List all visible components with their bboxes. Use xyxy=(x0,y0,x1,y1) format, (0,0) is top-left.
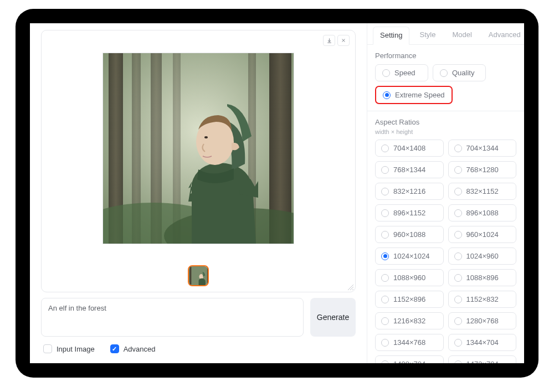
aspect-option[interactable]: 1024×1024 xyxy=(375,247,444,265)
thumbnail-selected[interactable] xyxy=(188,265,209,286)
prompt-input[interactable] xyxy=(41,298,304,337)
options-row: Input Image Advanced xyxy=(41,344,356,353)
aspect-section: Aspect Ratios width × height 704×1408704… xyxy=(367,111,524,363)
prompt-row: Generate xyxy=(41,298,356,337)
radio-icon xyxy=(381,188,389,195)
radio-icon xyxy=(381,252,389,260)
aspect-option[interactable]: 1088×896 xyxy=(448,269,517,286)
radio-icon xyxy=(454,166,462,174)
radio-icon xyxy=(383,91,391,99)
aspect-option-label: 960×1088 xyxy=(393,230,425,239)
aspect-option-label: 1088×896 xyxy=(466,274,499,282)
aspect-option-label: 1472×704 xyxy=(466,360,499,363)
radio-icon xyxy=(381,296,389,303)
aspect-option-label: 1216×832 xyxy=(393,317,425,325)
aspect-option[interactable]: 1344×704 xyxy=(448,334,517,351)
radio-icon xyxy=(454,252,462,260)
radio-icon xyxy=(454,360,462,364)
generate-button[interactable]: Generate xyxy=(310,298,356,337)
aspect-option-label: 1280×768 xyxy=(466,317,499,325)
radio-icon xyxy=(440,69,448,77)
aspect-option[interactable]: 1216×832 xyxy=(375,312,444,329)
preview-image-wrap xyxy=(46,35,351,264)
close-button[interactable] xyxy=(337,35,350,46)
aspect-option-label: 1344×704 xyxy=(466,338,499,347)
thumbnail-strip xyxy=(46,264,351,287)
aspect-option[interactable]: 1280×768 xyxy=(448,312,517,329)
aspect-option[interactable]: 1088×960 xyxy=(375,269,444,286)
radio-icon xyxy=(454,274,462,282)
aspect-option-label: 1024×1024 xyxy=(393,252,429,260)
input-image-checkbox[interactable]: Input Image xyxy=(43,344,95,353)
aspect-option[interactable]: 960×1024 xyxy=(448,226,517,243)
radio-icon xyxy=(381,360,389,364)
aspect-option[interactable]: 832×1152 xyxy=(448,183,517,200)
device-frame: Generate Input Image Advanced Setting St… xyxy=(16,9,538,378)
aspect-option-label: 1152×832 xyxy=(466,295,499,303)
aspect-option-label: 1408×704 xyxy=(393,360,425,363)
radio-icon xyxy=(381,145,389,152)
aspect-option-label: 1344×768 xyxy=(393,338,425,347)
aspect-option-label: 704×1344 xyxy=(466,144,499,152)
radio-icon xyxy=(381,166,389,174)
aspect-option-label: 1152×896 xyxy=(393,295,425,303)
performance-option-label: Extreme Speed xyxy=(395,91,445,99)
preview-image[interactable] xyxy=(102,53,294,244)
thumbnail-image xyxy=(189,266,209,286)
tab-model[interactable]: Model xyxy=(445,27,478,44)
aspect-option[interactable]: 704×1408 xyxy=(375,140,444,157)
radio-icon xyxy=(382,69,390,77)
performance-option[interactable]: Extreme Speed xyxy=(375,86,453,104)
sidebar-tabs: Setting Style Model Advanced xyxy=(367,23,524,45)
checkbox-checked-icon xyxy=(110,344,119,353)
aspect-option[interactable]: 1344×768 xyxy=(375,334,444,351)
svg-rect-12 xyxy=(189,266,191,286)
aspect-option-label: 896×1088 xyxy=(466,209,499,217)
aspect-option-label: 832×1152 xyxy=(466,187,499,195)
app-screen: Generate Input Image Advanced Setting St… xyxy=(30,23,524,363)
radio-icon xyxy=(454,145,462,152)
sidebar-scroll[interactable]: Performance SpeedQualityExtreme Speed As… xyxy=(367,45,524,363)
preview-card xyxy=(41,30,356,292)
tab-advanced[interactable]: Advanced xyxy=(482,27,524,44)
aspect-option-label: 768×1280 xyxy=(466,166,499,174)
aspect-option[interactable]: 1152×896 xyxy=(375,291,444,308)
radio-icon xyxy=(381,339,389,347)
performance-section: Performance SpeedQualityExtreme Speed xyxy=(367,45,524,111)
radio-icon xyxy=(381,317,389,325)
svg-rect-13 xyxy=(207,266,209,286)
performance-option-label: Speed xyxy=(394,69,416,77)
radio-icon xyxy=(381,209,389,217)
radio-icon xyxy=(454,231,462,239)
aspect-option[interactable]: 768×1344 xyxy=(375,161,444,178)
aspect-option[interactable]: 704×1344 xyxy=(448,140,517,157)
checkbox-icon xyxy=(43,344,52,353)
generated-image xyxy=(103,53,294,244)
aspect-option[interactable]: 960×1088 xyxy=(375,226,444,243)
aspect-option[interactable]: 768×1280 xyxy=(448,161,517,178)
aspect-option-label: 896×1152 xyxy=(393,209,425,217)
tab-style[interactable]: Style xyxy=(413,27,442,44)
aspect-option-label: 960×1024 xyxy=(466,230,499,239)
aspect-option-label: 832×1216 xyxy=(393,187,425,195)
radio-icon xyxy=(381,231,389,239)
radio-icon xyxy=(454,296,462,303)
performance-option[interactable]: Quality xyxy=(433,64,486,81)
aspect-option-label: 704×1408 xyxy=(393,144,425,152)
advanced-checkbox[interactable]: Advanced xyxy=(110,344,156,353)
settings-sidebar: Setting Style Model Advanced Performance… xyxy=(367,23,524,363)
performance-option[interactable]: Speed xyxy=(375,64,428,81)
aspect-option[interactable]: 1408×704 xyxy=(375,355,444,363)
aspect-sub: width × height xyxy=(375,128,516,135)
aspect-options: 704×1408704×1344768×1344768×1280832×1216… xyxy=(375,140,516,363)
aspect-option[interactable]: 896×1088 xyxy=(448,204,517,221)
aspect-option[interactable]: 832×1216 xyxy=(375,183,444,200)
tab-setting[interactable]: Setting xyxy=(373,27,409,45)
aspect-option[interactable]: 1024×960 xyxy=(448,247,517,265)
download-button[interactable] xyxy=(323,35,335,46)
aspect-option[interactable]: 896×1152 xyxy=(375,204,444,221)
main-panel: Generate Input Image Advanced xyxy=(30,23,367,363)
svg-point-10 xyxy=(204,136,208,138)
aspect-option[interactable]: 1472×704 xyxy=(448,355,517,363)
aspect-option[interactable]: 1152×832 xyxy=(448,291,517,308)
